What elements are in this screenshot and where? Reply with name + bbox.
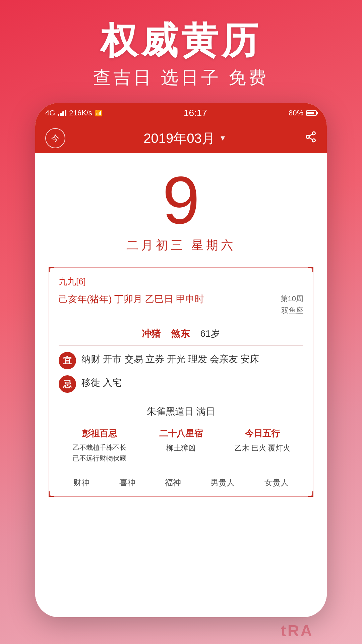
signal-bar-4 <box>65 110 66 116</box>
promo-subtitle: 查吉日 选日子 免费 <box>93 66 269 90</box>
chong-row: 冲猪 煞东 61岁 <box>59 327 303 346</box>
zodiac-label: 双鱼座 <box>281 305 303 316</box>
zhuri-row: 朱雀黑道日 满日 <box>59 401 303 422</box>
signal-bar-2 <box>60 113 62 116</box>
wuxing-title: 今日五行 <box>245 428 280 439</box>
divider-1 <box>59 397 303 397</box>
today-button[interactable]: 今 <box>45 128 65 148</box>
status-bar: 4G 216K/s 📶 16:17 80% <box>35 103 327 123</box>
ganzhi-row: 己亥年(猪年) 丁卯月 乙巳日 甲申时 第10周 双鱼座 <box>59 293 303 322</box>
pengzu-content: 乙不栽植千株不长 已不远行财物伏藏 <box>73 442 126 464</box>
month-text: 2019年03月 <box>143 129 215 148</box>
phone-mockup: 4G 216K/s 📶 16:17 80% 今 2019年03月 ▼ <box>35 103 327 617</box>
promo-section: 权威黄历 查吉日 选日子 免费 <box>0 0 362 103</box>
speed-label: 216K/s <box>69 109 92 117</box>
month-title[interactable]: 2019年03月 ▼ <box>143 129 226 148</box>
ji-row: 忌 移徙 入宅 <box>59 375 303 393</box>
ganzhi-text: 己亥年(猪年) 丁卯月 乙巳日 甲申时 <box>59 293 204 306</box>
caishen-label: 财神 <box>73 477 89 488</box>
week-label: 第10周 <box>281 293 303 305</box>
ganzhi-side: 第10周 双鱼座 <box>281 293 303 316</box>
svg-line-4 <box>309 134 312 136</box>
chong-text: 冲猪 <box>142 328 161 339</box>
status-time: 16:17 <box>184 108 207 118</box>
signal-label: 4G <box>45 109 55 117</box>
yi-text: 纳财 开市 交易 立券 开光 理发 会亲友 安床 <box>81 351 259 367</box>
nvgui-label: 女贵人 <box>264 477 289 488</box>
battery-fill <box>307 112 314 114</box>
xingxiu-title: 二十八星宿 <box>159 428 203 439</box>
wifi-icon: 📶 <box>95 109 102 117</box>
age-text: 61岁 <box>200 328 220 339</box>
share-button[interactable] <box>305 131 317 146</box>
bottom-area: tRA <box>35 617 327 644</box>
xingxiu-block: 二十八星宿 柳土獐凶 <box>140 428 222 464</box>
xishen-label: 喜神 <box>119 477 135 488</box>
fushen-label: 福神 <box>165 477 181 488</box>
signal-bars <box>58 110 66 116</box>
date-display: 9 二月初三 星期六 <box>126 167 236 254</box>
yi-row: 宜 纳财 开市 交易 立券 开光 理发 会亲友 安床 <box>59 351 303 369</box>
status-right: 80% <box>289 109 317 117</box>
nangui-label: 男贵人 <box>210 477 235 488</box>
app-header: 今 2019年03月 ▼ <box>35 123 327 153</box>
signal-bar-3 <box>62 111 64 116</box>
yi-badge: 宜 <box>59 352 76 369</box>
corner-br <box>308 491 313 497</box>
watermark-text: tRA <box>281 622 313 640</box>
wuxing-block: 今日五行 乙木 巳火 覆灯火 <box>222 428 303 464</box>
lunar-date: 二月初三 星期六 <box>126 237 236 254</box>
today-label: 今 <box>51 133 59 144</box>
corner-tr <box>308 267 313 272</box>
big-day: 9 <box>162 167 199 234</box>
sha-text: 煞东 <box>171 328 190 339</box>
ji-text: 移徙 入宅 <box>81 375 122 391</box>
wuxing-content: 乙木 巳火 覆灯火 <box>235 442 290 454</box>
pengzu-title: 彭祖百忌 <box>82 428 117 439</box>
main-content: 9 二月初三 星期六 九九[6] 己亥年(猪年) 丁卯月 乙巳日 甲申时 第10… <box>35 153 327 617</box>
promo-title: 权威黄历 <box>101 20 261 61</box>
pengzu-block: 彭祖百忌 乙不栽植千株不长 已不远行财物伏藏 <box>59 428 140 464</box>
shen-row: 财神 喜神 福神 男贵人 女贵人 <box>59 475 303 488</box>
xingxiu-content: 柳土獐凶 <box>166 442 196 454</box>
battery-icon <box>306 110 317 116</box>
jiujiu-label: 九九[6] <box>59 276 303 287</box>
signal-bar-1 <box>58 114 59 116</box>
corner-tl <box>49 267 54 272</box>
chevron-down-icon: ▼ <box>219 134 227 143</box>
calendar-info-card: 九九[6] 己亥年(猪年) 丁卯月 乙巳日 甲申时 第10周 双鱼座 冲猪 煞东… <box>49 267 313 497</box>
battery-label: 80% <box>289 109 303 117</box>
three-col-section: 彭祖百忌 乙不栽植千株不长 已不远行财物伏藏 二十八星宿 柳土獐凶 今日五行 乙… <box>59 428 303 469</box>
status-left: 4G 216K/s 📶 <box>45 109 102 117</box>
svg-line-3 <box>309 138 312 140</box>
corner-bl <box>49 491 54 497</box>
ji-badge: 忌 <box>59 375 76 393</box>
